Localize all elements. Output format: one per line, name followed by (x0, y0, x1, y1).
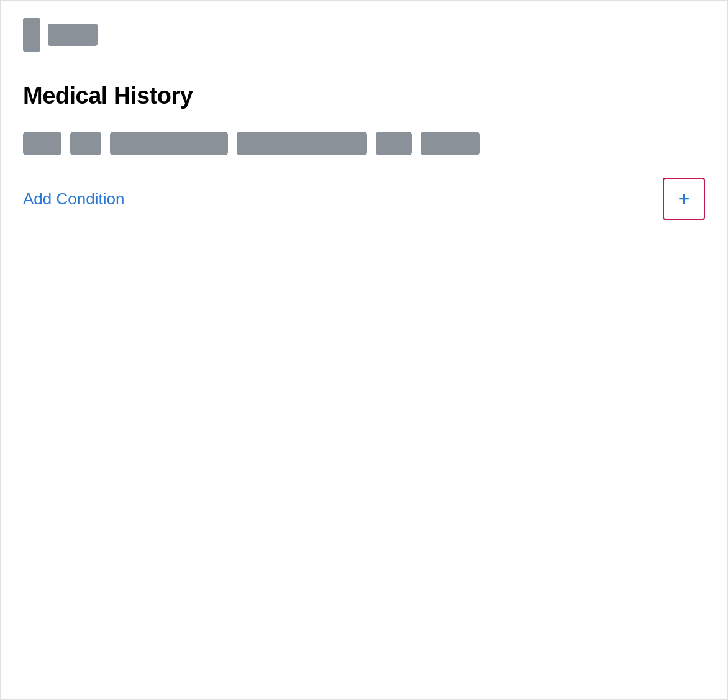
filter-row (1, 122, 727, 165)
add-condition-link[interactable]: Add Condition (23, 189, 124, 209)
top-bar (1, 1, 727, 64)
add-condition-row: Add Condition + (1, 168, 727, 230)
add-condition-button[interactable]: + (663, 178, 705, 220)
filter-pill-4[interactable] (237, 132, 367, 155)
nav-block (48, 24, 98, 46)
filter-pill-3[interactable] (110, 132, 228, 155)
filter-pill-6[interactable] (421, 132, 480, 155)
back-icon[interactable] (23, 18, 40, 52)
page-container: Medical History Add Condition + (0, 0, 728, 700)
divider (23, 235, 705, 235)
filter-pill-5[interactable] (376, 132, 412, 155)
filter-pill-1[interactable] (23, 132, 61, 155)
filter-pill-2[interactable] (70, 132, 101, 155)
plus-icon: + (678, 189, 690, 209)
page-title: Medical History (1, 64, 727, 122)
